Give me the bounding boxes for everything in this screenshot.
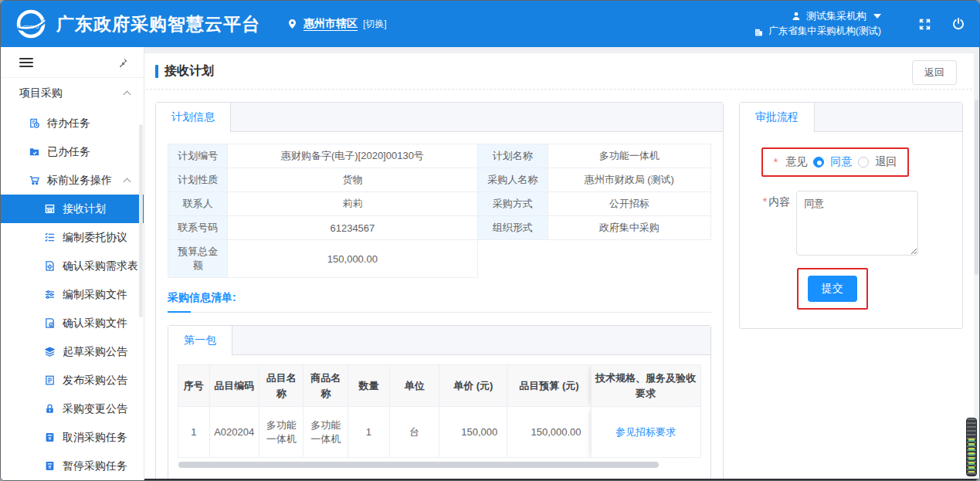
region-selector: 惠州市辖区 [切换] [287, 17, 387, 31]
content-field-row: *内容 同意 [763, 191, 950, 256]
field-label: 计划名称 [477, 144, 548, 168]
sidebar-item-label: 编制采购文件 [63, 288, 127, 302]
bid-requirements-link[interactable]: 参见招标要求 [615, 426, 676, 438]
field-value: 公开招标 [548, 192, 710, 216]
column-header: 序号 [178, 365, 210, 407]
main-area: 接收计划 返回 计划信息 计划编号 惠财购备字(电子)[2020]00130号 [144, 47, 979, 480]
opinion-annotation-box: * 意见 同意 退回 [761, 147, 909, 177]
table-row: 联系号码 61234567 组织形式 政府集中采购 [168, 216, 711, 240]
horizontal-scrollbar[interactable] [178, 462, 700, 468]
user-block: 测试集采机构 广东省集中采购机构(测试) [754, 8, 881, 39]
content-panel: 接收计划 返回 计划信息 计划编号 惠财购备字(电子)[2020]00130号 [144, 53, 974, 480]
location-pin-icon [287, 18, 298, 30]
sidebar-item-receive-plan[interactable]: 接收计划 [1, 195, 144, 223]
lock-icon [44, 403, 56, 415]
agree-radio[interactable] [813, 157, 824, 168]
column-header: 品目编码 [209, 365, 259, 407]
org-name: 广东省集中采购机构(测试) [768, 24, 881, 39]
package-card: 第一包 序号 [168, 325, 711, 480]
fullscreen-button[interactable] [918, 18, 931, 31]
column-header: 品目名称 [259, 365, 303, 407]
sidebar-item-draft-notice[interactable]: 起草采购公告 [1, 337, 144, 366]
sliders-icon [44, 289, 56, 300]
sidebar-item-entrust-agreement[interactable]: 编制委托协议 [1, 223, 144, 252]
sidebar-item-change-notice[interactable]: 采购变更公告 [1, 395, 144, 423]
chevron-up-icon [124, 91, 131, 99]
approval-card: 审批流程 * 意见 同意 退回 *内容 同意 [739, 102, 963, 329]
sidebar-item-publish-notice[interactable]: 发布采购公告 [1, 366, 144, 395]
scrollbar-thumb[interactable] [178, 462, 659, 468]
cell-unit-price: 150,000 [439, 407, 507, 458]
svg-text:GDGPO: GDGPO [23, 25, 39, 29]
package-tabbar: 第一包 [168, 326, 710, 355]
region-link[interactable]: 惠州市辖区 [303, 17, 358, 31]
sidebar-item-label: 取消采购任务 [63, 431, 127, 445]
back-button[interactable]: 返回 [912, 60, 957, 85]
agree-option-label[interactable]: 同意 [830, 155, 852, 169]
empty-cell [548, 240, 710, 278]
approval-content-textarea[interactable]: 同意 [796, 191, 918, 256]
cell-seq: 1 [178, 407, 210, 458]
field-label: 计划性质 [168, 168, 228, 192]
cell-item-name: 多功能一体机 [259, 407, 303, 458]
cell-budget: 150,000.00 [507, 407, 591, 458]
pin-icon[interactable] [117, 57, 128, 68]
column-header: 数量 [348, 365, 389, 407]
grid-icon [44, 203, 56, 215]
plan-tabbar: 计划信息 [156, 103, 723, 132]
layers-icon [44, 346, 56, 357]
sidebar: 项目采购 待办任务 已办任 [1, 47, 144, 480]
collapse-menu-icon[interactable] [19, 56, 33, 69]
doc-gear-icon [44, 260, 56, 272]
tab-plan-info[interactable]: 计划信息 [156, 103, 231, 132]
screen-capture-widget[interactable] [966, 418, 977, 476]
sidebar-item-cancel-task[interactable]: 取消采购任务 [1, 423, 144, 452]
cell-item-code: A020204 [209, 407, 259, 458]
field-value: 惠州市财政局 (测试) [548, 168, 710, 192]
sidebar-scrollbar[interactable] [139, 124, 143, 317]
region-switch-link[interactable]: [切换] [363, 18, 387, 31]
doc-cancel-icon [44, 432, 56, 443]
field-label: 组织形式 [477, 216, 548, 240]
sidebar-item-label: 已办任务 [47, 145, 130, 159]
column-header: 商品名称 [303, 365, 348, 407]
cell-quantity: 1 [348, 407, 389, 458]
opinion-label: 意见 [785, 155, 807, 169]
user-menu[interactable]: 测试集采机构 [754, 8, 881, 24]
sidebar-item-pre-bid-operations[interactable]: 标前业务操作 [1, 166, 144, 195]
sidebar-item-label: 采购变更公告 [63, 402, 127, 416]
required-asterisk: * [763, 195, 767, 208]
empty-cell [477, 240, 548, 278]
sidebar-item-confirm-procurement-doc[interactable]: 确认采购文件 [1, 309, 144, 337]
app-window: GDGPO 广东政府采购智慧云平台 惠州市辖区 [切换] 测试集采机构 [0, 0, 980, 481]
column-header: 单位 [390, 365, 439, 407]
submit-annotation-box: 提交 [797, 268, 868, 310]
field-label: 预算总金额 [168, 240, 228, 278]
tab-approval-flow[interactable]: 审批流程 [740, 103, 815, 132]
sidebar-item-pending-tasks[interactable]: 待办任务 [1, 109, 144, 137]
field-label: 采购方式 [477, 192, 548, 216]
sidebar-group-project-procurement[interactable]: 项目采购 [1, 78, 144, 109]
field-value: 莉莉 [228, 192, 477, 216]
cell-unit: 台 [390, 407, 439, 458]
scrollbar-thumb[interactable] [975, 100, 978, 275]
power-icon [951, 17, 965, 31]
return-radio[interactable] [858, 157, 869, 168]
sidebar-item-label: 暂停采购任务 [63, 459, 127, 473]
sidebar-item-label: 起草采购公告 [63, 345, 127, 359]
doc-lines-icon [44, 374, 56, 386]
logout-button[interactable] [951, 17, 965, 31]
table-row: 预算总金额 150,000.00 [168, 240, 711, 278]
sidebar-item-pause-task[interactable]: 暂停采购任务 [1, 452, 144, 480]
org-line: 广东省集中采购机构(测试) [754, 24, 881, 39]
column-header: 技术规格、服务及验收要求 [591, 365, 700, 407]
sidebar-item-confirm-demand-form[interactable]: 确认采购需求表 [1, 252, 144, 280]
sidebar-item-label: 接收计划 [63, 202, 106, 216]
sidebar-item-done-tasks[interactable]: 已办任务 [1, 137, 144, 166]
sidebar-item-compile-procurement-doc[interactable]: 编制采购文件 [1, 280, 144, 309]
tab-package-1[interactable]: 第一包 [168, 326, 232, 355]
return-option-label[interactable]: 退回 [875, 155, 897, 169]
building-icon [754, 27, 764, 37]
submit-button[interactable]: 提交 [808, 276, 857, 302]
sidebar-item-label: 编制委托协议 [63, 231, 127, 245]
